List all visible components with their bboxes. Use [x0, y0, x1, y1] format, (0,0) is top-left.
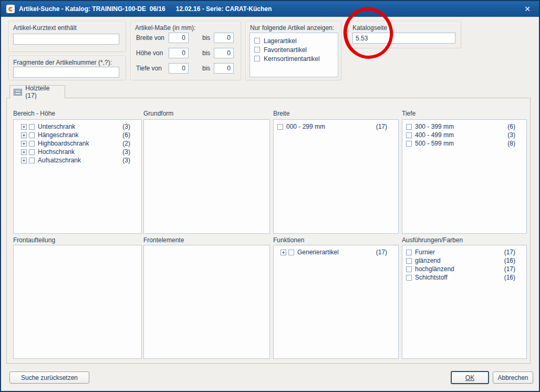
item-label: hochglänzend [415, 265, 454, 273]
cancel-button[interactable]: Abbrechen [493, 372, 533, 384]
tree-item-haengeschrank[interactable]: Hängeschrank (6) [14, 131, 141, 139]
fragmente-input[interactable] [13, 67, 119, 78]
close-icon[interactable]: ✕ [521, 5, 534, 13]
item-count: (3) [122, 148, 130, 156]
item-count: (3) [122, 157, 130, 164]
list-item-schichtstoff[interactable]: Schichtstoff (16) [402, 273, 526, 282]
checkbox[interactable] [406, 250, 412, 255]
tree-item-hochschrank[interactable]: Hochschrank (3) [14, 148, 141, 156]
checkbox[interactable] [29, 141, 35, 147]
kurztext-input[interactable] [13, 34, 119, 45]
panel-title-tiefe: Tiefe [402, 110, 416, 117]
tree-item-highboardschrank[interactable]: Highboardschrank (2) [14, 139, 141, 148]
panel-title-grundform: Grundform [143, 110, 173, 117]
funktionen-listbox: Generierartikel (17) [273, 245, 399, 359]
masse-row-breite: Breite von bis [136, 33, 234, 43]
tiefe-listbox: 300 - 399 mm (6) 400 - 499 mm (3) 500 - … [402, 119, 527, 234]
ausfuehrungen-listbox: Furnier (17) glänzend (16) hochglänzend … [402, 245, 527, 359]
expand-icon[interactable] [21, 124, 27, 130]
bereich-listbox: Unterschrank (3) Hängeschrank (6) Highbo… [13, 119, 142, 234]
tree-item-aufsatzschrank[interactable]: Aufsatzschrank (3) [14, 156, 141, 164]
item-label: Lagerartikel [264, 37, 297, 45]
frontelemente-listbox [143, 245, 270, 359]
filter-item-kernsortimentartikel[interactable]: Kernsortimentartikel [254, 54, 338, 63]
item-count: (17) [504, 265, 515, 273]
cabinet-icon [14, 89, 22, 96]
checkbox[interactable] [288, 250, 294, 255]
ok-button[interactable]: OK [451, 371, 489, 384]
list-item-hochglaenzend[interactable]: hochglänzend (17) [402, 265, 526, 273]
list-item-300-399[interactable]: 300 - 399 mm (6) [402, 122, 526, 131]
expand-icon[interactable] [21, 149, 27, 155]
checkbox[interactable] [254, 38, 260, 44]
item-count: (16) [504, 257, 515, 264]
list-item-400-499[interactable]: 400 - 499 mm (3) [402, 131, 526, 139]
item-label: Hochschrank [38, 148, 75, 156]
tree-item-unterschrank[interactable]: Unterschrank (3) [14, 122, 141, 131]
checkbox[interactable] [254, 47, 260, 53]
checkbox[interactable] [29, 149, 35, 155]
list-item-500-599[interactable]: 500 - 599 mm (8) [402, 139, 526, 148]
item-count: (2) [122, 140, 130, 147]
checkbox[interactable] [406, 266, 412, 272]
app-logo-arc [8, 7, 13, 12]
list-item-000-299[interactable]: 000 - 299 mm (17) [274, 122, 398, 131]
item-label: 500 - 599 mm [415, 140, 454, 147]
checkbox[interactable] [29, 132, 35, 138]
tiefe-bis-input[interactable] [214, 63, 234, 74]
item-label: 300 - 399 mm [415, 123, 454, 130]
filter-item-favoritenartikel[interactable]: Favoritenartikel [254, 45, 338, 54]
tiefe-von-input[interactable] [169, 63, 189, 74]
item-label: Furnier [415, 249, 435, 256]
checkbox[interactable] [406, 258, 412, 264]
tab-holzteile[interactable]: Holzteile (17) [9, 85, 65, 98]
hoehe-von-input[interactable] [169, 48, 189, 58]
panel-title-frontaufteilung: Frontaufteilung [13, 236, 55, 244]
checkbox[interactable] [29, 124, 35, 130]
checkbox[interactable] [277, 124, 283, 130]
cancel-label: Abbrechen [497, 374, 528, 381]
checkbox[interactable] [406, 124, 412, 130]
checkbox[interactable] [406, 275, 412, 281]
dialog-window: Artikel-Suche - Katalog: TRAINING-100-DE… [0, 0, 540, 392]
checkbox[interactable] [406, 132, 412, 138]
katalogseite-input[interactable] [352, 33, 455, 44]
group-masse-label: Artikel-Maße (in mm): [135, 24, 195, 32]
filter-item-lagerartikel[interactable]: Lagerartikel [254, 36, 338, 45]
item-count: (6) [122, 131, 130, 139]
expand-icon[interactable] [21, 158, 27, 163]
list-item-glaenzend[interactable]: glänzend (16) [402, 256, 526, 265]
masse-tiefe-label: Tiefe von [136, 65, 169, 72]
item-label: 000 - 299 mm [286, 123, 325, 130]
window-title: Artikel-Suche - Katalog: TRAINING-100-DE… [19, 5, 272, 13]
item-label: Unterschrank [38, 123, 75, 130]
item-label: glänzend [415, 257, 441, 264]
reset-search-button[interactable]: Suche zurücksetzen [9, 372, 89, 384]
checkbox[interactable] [254, 56, 260, 61]
item-count: (6) [507, 123, 515, 130]
group-fragmente-label: Fragmente der Artikelnummer (*,?): [13, 59, 112, 66]
bis-label: bis [202, 49, 211, 57]
app-icon [6, 5, 15, 13]
breite-von-input[interactable] [169, 33, 189, 43]
expand-icon[interactable] [281, 250, 286, 255]
panel-title-frontelemente: Frontelemente [143, 236, 184, 244]
list-item-furnier[interactable]: Furnier (17) [402, 248, 526, 256]
panel-title-ausfuehrungen: Ausführungen/Farben [402, 236, 463, 244]
expand-icon[interactable] [21, 132, 27, 138]
checkbox[interactable] [29, 158, 35, 163]
group-kurztext: Artikel-Kurztext enthält [8, 21, 126, 52]
checkbox[interactable] [406, 141, 412, 147]
hoehe-bis-input[interactable] [214, 48, 234, 58]
item-label: 400 - 499 mm [415, 131, 454, 139]
masse-row-hoehe: Höhe von bis [136, 48, 234, 58]
group-katalogseite: Katalogseite [348, 21, 461, 48]
tree-item-generierartikel[interactable]: Generierartikel (17) [274, 248, 398, 256]
masse-row-tiefe: Tiefe von bis [136, 63, 234, 74]
bis-label: bis [202, 65, 211, 72]
item-count: (17) [376, 123, 387, 130]
breite-bis-input[interactable] [214, 33, 234, 43]
ok-label: OK [465, 374, 474, 381]
tab-page: Bereich - Höhe Grundform Breite Tiefe Un… [6, 98, 531, 364]
expand-icon[interactable] [21, 141, 27, 147]
